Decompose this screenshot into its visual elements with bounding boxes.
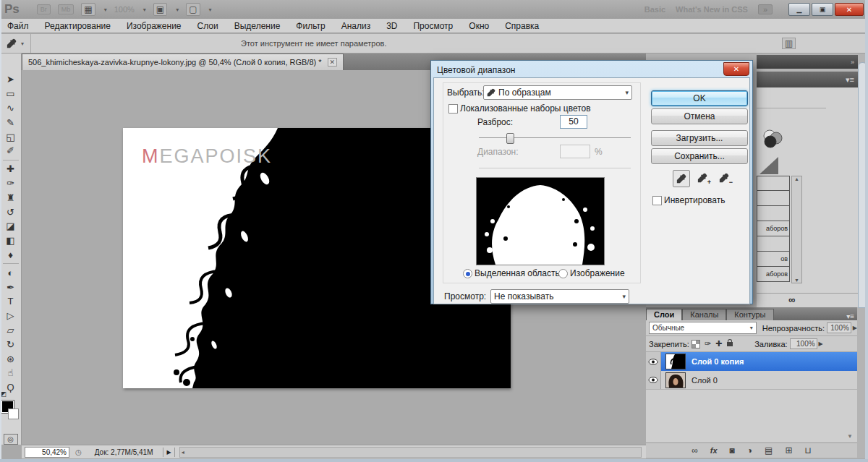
shape-tool[interactable]: ▱ — [0, 323, 21, 338]
history-brush-tool[interactable]: ↺ — [0, 205, 21, 219]
menu-help[interactable]: Справка — [505, 21, 539, 31]
eyedropper-subtract-button[interactable]: − — [716, 170, 732, 186]
tab-close-icon[interactable]: ✕ — [328, 58, 338, 67]
preview-dropdown[interactable]: Не показывать ▾ — [490, 289, 629, 304]
chevron-down-icon[interactable]: ▾ — [104, 7, 107, 13]
scroll-down-icon[interactable]: ▼ — [847, 433, 853, 440]
tab-paths[interactable]: Контуры — [726, 309, 773, 320]
list-item[interactable] — [757, 206, 790, 221]
chevron-down-icon[interactable]: ▾ — [176, 7, 179, 13]
eraser-tool[interactable]: ◪ — [0, 219, 21, 234]
layer-thumbnail[interactable] — [665, 372, 686, 388]
localized-clusters-checkbox[interactable] — [448, 104, 458, 114]
clone-stamp-tool[interactable]: ♜ — [0, 190, 21, 205]
quick-mask-button[interactable]: ◎ — [4, 434, 18, 445]
hidden-preset-list[interactable]: аборов ов аборов — [757, 176, 790, 282]
dialog-title-bar[interactable]: Цветовой диапазон ✕ — [433, 63, 750, 77]
restore-button[interactable]: ▣ — [812, 3, 833, 16]
panel-menu-icon[interactable]: ▾≡ — [846, 75, 854, 85]
lock-transparency-icon[interactable] — [692, 340, 700, 348]
close-button[interactable]: ✕ — [835, 3, 864, 16]
menu-edit[interactable]: Редактирование — [45, 21, 111, 31]
scroll-down-icon[interactable]: ▼ — [794, 278, 799, 283]
gradient-tool[interactable]: ◧ — [0, 234, 21, 248]
crop-tool[interactable]: ◱ — [0, 129, 21, 144]
quick-selection-tool[interactable]: ✎ — [0, 115, 21, 129]
menu-view[interactable]: Просмотр — [413, 21, 453, 31]
screen-mode-icon[interactable]: ▢ — [186, 3, 200, 16]
collapsed-panel-header[interactable]: » — [757, 55, 858, 69]
move-tool[interactable]: ➤ — [0, 72, 21, 87]
zoom-level-control[interactable]: 100% — [114, 5, 135, 14]
blur-tool[interactable]: ♦ — [0, 248, 21, 262]
tab-layers[interactable]: Слои — [646, 309, 682, 320]
list-item[interactable] — [757, 191, 790, 206]
scroll-left-icon[interactable]: ◂ — [182, 449, 184, 455]
layer-row-copy[interactable]: Слой 0 копия — [646, 352, 857, 371]
lasso-tool[interactable]: ∿ — [0, 101, 21, 116]
chevron-down-icon[interactable]: ▾ — [143, 7, 146, 13]
image-radio[interactable] — [558, 269, 568, 278]
workspace-whats-new[interactable]: What's New in CSS — [676, 5, 748, 14]
menu-filter[interactable]: Фильтр — [296, 21, 325, 31]
view-extras-icon[interactable]: ▦ — [81, 3, 95, 16]
collapse-panels-icon[interactable]: » — [851, 59, 854, 66]
blend-mode-select[interactable]: Обычные ▾ — [649, 322, 757, 334]
select-dropdown[interactable]: По образцам ▾ — [483, 85, 632, 100]
layer-row-original[interactable]: Слой 0 — [646, 371, 857, 390]
brush-tool[interactable]: ✑ — [0, 176, 21, 191]
list-item[interactable] — [757, 176, 790, 191]
list-item[interactable] — [757, 236, 790, 252]
orbit-3d-tool[interactable]: ⊛ — [0, 351, 21, 366]
stepper-arrow-icon[interactable]: ▶ — [853, 325, 857, 331]
background-color-swatch[interactable] — [8, 408, 19, 419]
lock-all-icon[interactable] — [727, 342, 733, 346]
lock-paint-icon[interactable]: ✑ — [705, 339, 711, 348]
lock-position-icon[interactable]: ✚ — [715, 339, 722, 348]
dodge-tool[interactable]: ◐ — [0, 265, 21, 280]
workspace-basic[interactable]: Basic — [644, 5, 665, 14]
layer-visibility-toggle[interactable] — [646, 352, 661, 371]
fill-value[interactable]: 100% — [790, 338, 817, 349]
ok-button[interactable]: OK — [651, 90, 748, 106]
healing-brush-tool[interactable]: ✚ — [0, 162, 21, 176]
eyedropper-sample-button[interactable] — [673, 170, 690, 187]
layer-mask-icon[interactable]: ◙ — [730, 445, 735, 455]
new-layer-icon[interactable]: ⊞ — [785, 445, 792, 455]
invert-checkbox[interactable] — [652, 196, 662, 205]
marquee-tool[interactable]: ▭ — [0, 87, 21, 101]
layer-style-icon[interactable]: fx — [710, 446, 718, 455]
chevron-down-icon[interactable]: ▾ — [209, 7, 212, 13]
document-tab[interactable]: 506_khimicheskaya-zavivka-krupnye-lokony… — [22, 54, 344, 70]
path-selection-tool[interactable]: ▷ — [0, 309, 21, 323]
fuzziness-slider-handle[interactable] — [506, 133, 514, 144]
bridge-button[interactable]: Br — [37, 4, 51, 14]
scroll-up-icon[interactable]: ▲ — [794, 176, 799, 181]
type-tool[interactable]: T — [0, 294, 21, 309]
dialog-close-button[interactable]: ✕ — [723, 62, 749, 76]
menu-image[interactable]: Изображение — [127, 21, 182, 31]
layer-visibility-toggle[interactable] — [646, 371, 661, 389]
menu-3d[interactable]: 3D — [386, 21, 397, 31]
menu-window[interactable]: Окно — [469, 21, 489, 31]
minibridge-button[interactable]: Mb — [58, 4, 75, 14]
link-icon[interactable]: ∞ — [788, 294, 795, 305]
cancel-button[interactable]: Отмена — [651, 108, 748, 124]
panel-group-header[interactable]: ▾≡ — [757, 72, 858, 87]
hand-tool[interactable]: ☝ — [0, 366, 21, 380]
eyedropper-tool[interactable]: ✐ — [0, 144, 21, 158]
link-layers-icon[interactable]: ∞ — [692, 445, 698, 455]
list-item[interactable]: аборов — [757, 221, 790, 236]
fuzziness-input[interactable]: 50 — [560, 115, 587, 129]
menu-layers[interactable]: Слои — [197, 21, 218, 31]
menu-select[interactable]: Выделение — [234, 21, 281, 31]
stepper-arrow-icon[interactable]: ▶ — [819, 341, 823, 347]
rotate-3d-tool[interactable]: ↻ — [0, 337, 21, 351]
list-item[interactable]: ов — [757, 252, 790, 267]
fuzziness-slider[interactable] — [479, 137, 631, 138]
zoom-percentage-field[interactable]: 50,42% — [25, 447, 69, 458]
opacity-value[interactable]: 100% — [827, 322, 851, 333]
layer-group-icon[interactable]: ▤ — [765, 445, 773, 455]
load-button[interactable]: Загрузить... — [651, 130, 748, 146]
layer-thumbnail[interactable] — [665, 354, 686, 369]
